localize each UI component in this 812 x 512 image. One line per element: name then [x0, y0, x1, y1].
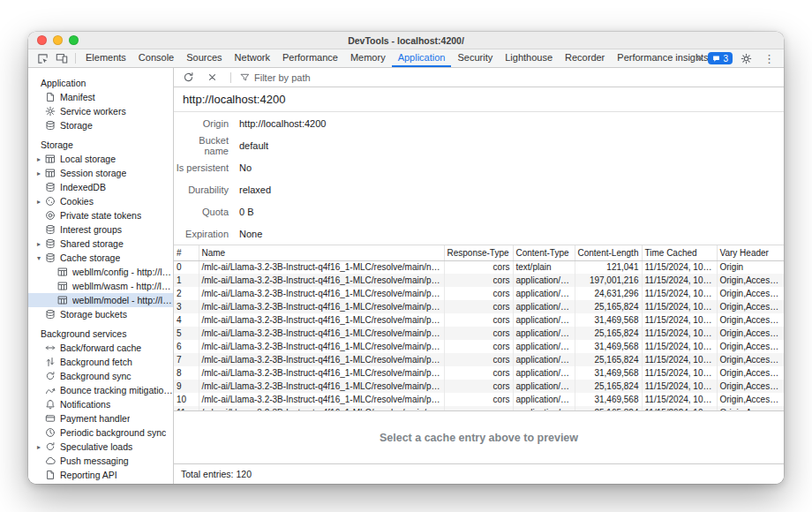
cache-entry-row[interactable]: 1/mlc-ai/Llama-3.2-3B-Instruct-q4f16_1-M…	[174, 274, 784, 287]
tab-performance[interactable]: Performance	[276, 49, 344, 67]
cell: 5	[174, 327, 199, 340]
expander-collapsed-icon[interactable]: ▸	[37, 169, 45, 177]
cell: 1	[174, 274, 199, 287]
interest-groups-icon	[45, 224, 56, 235]
delete-selected-button[interactable]	[203, 72, 222, 83]
cache-entry-row[interactable]: 2/mlc-ai/Llama-3.2-3B-Instruct-q4f16_1-M…	[174, 287, 784, 300]
filter-by-path-input[interactable]	[254, 72, 378, 83]
zoom-button[interactable]	[69, 35, 79, 45]
sidebar-item-storage-buckets[interactable]: Storage buckets	[28, 307, 173, 321]
cache-table-icon	[57, 281, 68, 291]
titlebar: DevTools - localhost:4200/	[28, 32, 784, 49]
expander-collapsed-icon[interactable]: ▸	[37, 155, 45, 163]
settings-gear-icon[interactable]	[737, 53, 756, 64]
tab-network[interactable]: Network	[229, 49, 276, 67]
reporting-api-icon	[45, 470, 56, 480]
sidebar-item-periodic-background-sync[interactable]: Periodic background sync	[28, 425, 173, 440]
more-tabs-button[interactable]: »	[695, 52, 704, 64]
tab-sources[interactable]: Sources	[180, 49, 228, 67]
cache-entry-row[interactable]: 0/mlc-ai/Llama-3.2-3B-Instruct-q4f16_1-M…	[174, 260, 784, 274]
expander-collapsed-icon[interactable]: ▸	[37, 443, 45, 451]
cell: 11/15/2024, 10…	[642, 300, 717, 313]
payment-handler-icon	[45, 413, 56, 424]
sidebar-item-speculative-loads[interactable]: ▸Speculative loads	[28, 440, 173, 454]
sidebar-item-notifications[interactable]: Notifications	[28, 397, 173, 411]
sidebar-item-session-storage[interactable]: ▸Session storage	[28, 166, 173, 180]
cache-entry-row[interactable]: 7/mlc-ai/Llama-3.2-3B-Instruct-q4f16_1-M…	[174, 353, 784, 366]
close-button[interactable]	[37, 35, 47, 45]
sidebar-item-label: Periodic background sync	[60, 427, 166, 438]
sidebar-item-bounce-tracking-mitigations[interactable]: Bounce tracking mitigations	[28, 383, 173, 397]
kebab-menu-icon[interactable]: ⋮	[760, 53, 778, 64]
cache-entry-row[interactable]: 10/mlc-ai/Llama-3.2-3B-Instruct-q4f16_1-…	[174, 393, 784, 406]
sidebar-item-background-sync[interactable]: Background sync	[28, 369, 173, 383]
cache-entry-row[interactable]: 6/mlc-ai/Llama-3.2-3B-Instruct-q4f16_1-M…	[174, 340, 784, 353]
tab-security[interactable]: Security	[451, 49, 499, 67]
cell: 31,469,568	[575, 393, 642, 406]
device-toolbar-button[interactable]	[52, 49, 71, 67]
cache-entry-row[interactable]: 5/mlc-ai/Llama-3.2-3B-Instruct-q4f16_1-M…	[174, 327, 784, 340]
column-header-time-cached[interactable]: Time Cached	[642, 245, 717, 260]
tab-console[interactable]: Console	[132, 49, 180, 67]
cache-entry-row[interactable]: 3/mlc-ai/Llama-3.2-3B-Instruct-q4f16_1-M…	[174, 300, 784, 313]
tab-memory[interactable]: Memory	[344, 49, 392, 67]
cache-entry-row[interactable]: 4/mlc-ai/Llama-3.2-3B-Instruct-q4f16_1-M…	[174, 313, 784, 327]
sidebar-item-manifest[interactable]: Manifest	[28, 90, 173, 104]
sidebar-item-back-forward-cache[interactable]: Back/forward cache	[28, 341, 173, 355]
cell: 25,165,824	[575, 353, 642, 366]
sidebar-item-interest-groups[interactable]: Interest groups	[28, 222, 173, 237]
sidebar-item-service-workers[interactable]: Service workers	[28, 104, 173, 118]
sidebar-item-storage[interactable]: Storage	[28, 118, 173, 132]
column-header-vary-header[interactable]: Vary Header	[717, 245, 784, 260]
cell: cors	[444, 327, 513, 340]
sidebar-item-push-messaging[interactable]: Push messaging	[28, 454, 173, 468]
sidebar-item-label: Interest groups	[60, 224, 122, 235]
sidebar-item-indexeddb[interactable]: IndexedDB	[28, 180, 173, 194]
sidebar-item-background-fetch[interactable]: Background fetch	[28, 355, 173, 369]
sidebar-item-cache-storage[interactable]: ▾Cache storage	[28, 251, 173, 265]
tab-lighthouse[interactable]: Lighthouse	[499, 49, 559, 67]
column-header-num[interactable]: #	[174, 245, 199, 260]
sidebar-item-cookies[interactable]: ▸Cookies	[28, 194, 173, 208]
sidebar-item-webllm-wasm-http-loca[interactable]: webllm/wasm - http://loca…	[28, 279, 173, 293]
inspect-element-button[interactable]	[34, 49, 52, 67]
tab-elements[interactable]: Elements	[79, 49, 132, 67]
sidebar-item-shared-storage[interactable]: ▸Shared storage	[28, 237, 173, 251]
cell: Origin,Access…	[717, 340, 784, 353]
column-header-content-type[interactable]: Content-Type	[513, 245, 575, 260]
tab-recorder[interactable]: Recorder	[559, 49, 611, 67]
sidebar-item-webllm-config-http-loc[interactable]: webllm/config - http://loc…	[28, 265, 173, 279]
expander-collapsed-icon[interactable]: ▸	[37, 240, 45, 248]
issues-badge[interactable]: 3	[708, 52, 733, 64]
cache-entry-row[interactable]: 8/mlc-ai/Llama-3.2-3B-Instruct-q4f16_1-M…	[174, 366, 784, 380]
cell: application/oc…	[513, 274, 575, 287]
sidebar-item-payment-handler[interactable]: Payment handler	[28, 411, 173, 425]
cell: 11/15/2024, 10…	[642, 393, 717, 406]
status-bar: Total entries: 120	[174, 463, 784, 484]
expander-expanded-icon[interactable]: ▾	[37, 254, 45, 262]
cell: 11/15/2024, 10…	[642, 287, 717, 300]
sidebar-item-reporting-api[interactable]: Reporting API	[28, 468, 173, 482]
session-storage-icon	[45, 168, 56, 178]
column-header-name[interactable]: Name	[199, 245, 444, 260]
sidebar-item-label: Storage	[60, 120, 93, 131]
cache-entry-row[interactable]: 9/mlc-ai/Llama-3.2-3B-Instruct-q4f16_1-M…	[174, 380, 784, 393]
divider	[230, 72, 231, 83]
sidebar-item-local-storage[interactable]: ▸Local storage	[28, 152, 173, 166]
expander-collapsed-icon[interactable]: ▸	[37, 198, 45, 206]
refresh-button[interactable]	[179, 72, 198, 83]
sidebar-item-webllm-model-http-loc[interactable]: webllm/model - http://loc…	[28, 293, 173, 307]
sidebar-item-private-state-tokens[interactable]: Private state tokens	[28, 208, 173, 222]
cell: application/oc…	[513, 366, 575, 380]
tab-application[interactable]: Application	[392, 49, 452, 67]
cell: 8	[174, 366, 199, 380]
cell: /mlc-ai/Llama-3.2-3B-Instruct-q4f16_1-ML…	[199, 340, 444, 353]
cell: 2	[174, 287, 199, 300]
column-header-response-type[interactable]: Response-Type	[444, 245, 513, 260]
minimize-button[interactable]	[53, 35, 63, 45]
cell: 11/15/2024, 10…	[642, 380, 717, 393]
sidebar-item-label: Speculative loads	[60, 441, 132, 452]
meta-row-quota: Quota0 B	[174, 200, 784, 222]
column-header-content-length[interactable]: Content-Length	[575, 245, 642, 260]
cell: cors	[444, 300, 513, 313]
